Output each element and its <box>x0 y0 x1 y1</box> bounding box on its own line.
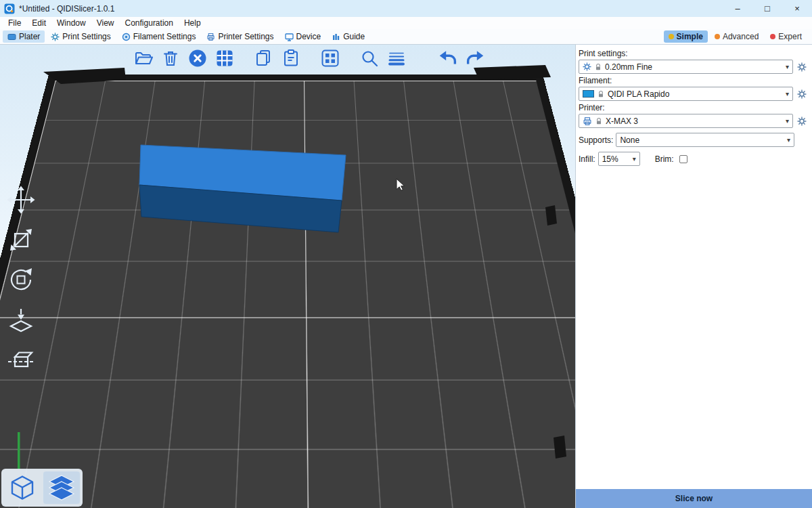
menu-item-file[interactable]: File <box>3 18 26 28</box>
preview-view-button[interactable] <box>43 471 80 504</box>
expert-mode-dot-icon <box>770 34 775 39</box>
search-icon <box>359 48 380 68</box>
undo-icon <box>437 48 459 68</box>
open-folder-icon <box>133 48 154 68</box>
scale-icon <box>5 224 37 255</box>
print-settings-icon <box>51 33 60 41</box>
view-switcher <box>1 469 83 507</box>
printer-icon <box>583 117 592 126</box>
menu-item-view[interactable]: View <box>91 18 120 28</box>
mode-advanced[interactable]: Advanced <box>710 30 763 43</box>
lock-icon <box>597 90 605 98</box>
chevron-down-icon: ▾ <box>786 118 789 125</box>
plater-icon <box>7 33 16 41</box>
printer-select[interactable]: X-MAX 3 ▾ <box>579 114 793 128</box>
app-logo-icon <box>4 3 15 14</box>
filament-settings-icon <box>122 33 131 41</box>
menu-item-configuration[interactable]: Configuration <box>120 18 179 28</box>
delete-all-icon <box>187 48 208 68</box>
paste-button[interactable] <box>280 47 302 69</box>
printer-value: X-MAX 3 <box>606 117 783 126</box>
brim-checkbox[interactable] <box>679 155 687 163</box>
rotate-button[interactable] <box>5 264 37 295</box>
gear-icon <box>797 117 807 126</box>
maximize-button[interactable]: □ <box>752 0 782 17</box>
print-settings-label: Print settings: <box>579 49 808 58</box>
tab-label: Plater <box>19 32 40 41</box>
slice-now-button[interactable]: Slice now <box>576 489 812 508</box>
open-button[interactable] <box>133 47 154 69</box>
mode-switcher: Simple Advanced Expert <box>664 30 809 43</box>
layers-icon <box>47 474 76 501</box>
printer-label: Printer: <box>579 103 808 112</box>
menu-item-edit[interactable]: Edit <box>26 18 51 28</box>
menu-item-help[interactable]: Help <box>179 18 206 28</box>
filament-gear-button[interactable] <box>796 88 808 100</box>
print-settings-select[interactable]: 0.20mm Fine ▾ <box>579 60 793 74</box>
tab-label: Filament Settings <box>133 32 196 41</box>
close-button[interactable]: × <box>782 0 812 17</box>
copy-button[interactable] <box>253 47 275 69</box>
printer-gear-button[interactable] <box>796 115 808 127</box>
filament-select[interactable]: QIDI PLA Rapido ▾ <box>579 87 793 101</box>
viewport-3d[interactable] <box>0 45 575 508</box>
delete-all-button[interactable] <box>187 47 208 69</box>
minimize-button[interactable]: – <box>723 0 752 17</box>
menu-item-window[interactable]: Window <box>51 18 91 28</box>
device-icon <box>285 33 294 41</box>
move-button[interactable] <box>5 184 37 215</box>
layer-height-icon <box>386 48 407 68</box>
mode-simple[interactable]: Simple <box>664 30 708 43</box>
print-settings-gear-button[interactable] <box>796 61 808 73</box>
mode-label: Advanced <box>723 32 759 41</box>
cube-3d-icon <box>9 474 36 501</box>
lock-icon <box>595 117 603 125</box>
object-toolbar <box>5 184 37 375</box>
chevron-down-icon: ▾ <box>786 91 789 98</box>
redo-icon <box>464 48 486 68</box>
delete-button[interactable] <box>160 47 181 69</box>
lock-icon <box>594 63 602 71</box>
simple-mode-dot-icon <box>669 34 674 39</box>
tab-device[interactable]: Device <box>280 30 326 43</box>
supports-value: None <box>620 135 784 145</box>
main-content: Print settings: 0.20mm Fine ▾ Filament: … <box>0 45 812 508</box>
supports-label: Supports: <box>579 135 613 145</box>
paste-icon <box>281 48 301 68</box>
variable-layer-height-button[interactable] <box>386 47 407 69</box>
window-title: *Untitled - QIDISlicer-1.0.1 <box>19 4 114 14</box>
gear-icon <box>797 62 807 72</box>
arrange-button[interactable] <box>214 47 235 69</box>
editor-view-button[interactable] <box>4 471 41 504</box>
build-plate <box>0 75 575 508</box>
place-on-face-button[interactable] <box>5 304 37 335</box>
cut-button[interactable] <box>5 344 37 375</box>
redo-button[interactable] <box>464 47 486 69</box>
filament-value: QIDI PLA Rapido <box>608 89 783 99</box>
infill-value: 15% <box>602 154 630 164</box>
mode-expert[interactable]: Expert <box>765 30 807 43</box>
chevron-down-icon: ▾ <box>787 137 790 144</box>
split-objects-button[interactable] <box>319 47 341 69</box>
tab-plater[interactable]: Plater <box>3 30 45 43</box>
tab-print-settings[interactable]: Print Settings <box>46 30 115 43</box>
scale-button[interactable] <box>5 224 37 255</box>
filament-color-swatch <box>583 90 594 98</box>
place-on-face-icon <box>5 304 37 335</box>
preset-gear-icon <box>583 62 591 71</box>
tab-guide[interactable]: Guide <box>327 30 369 43</box>
plater-toolbar <box>133 47 486 69</box>
tab-label: Print Settings <box>62 32 110 41</box>
tab-filament-settings[interactable]: Filament Settings <box>117 30 201 43</box>
titlebar: *Untitled - QIDISlicer-1.0.1 – □ × <box>0 0 812 17</box>
undo-button[interactable] <box>437 47 459 69</box>
search-button[interactable] <box>359 47 380 69</box>
supports-select[interactable]: None ▾ <box>616 133 794 147</box>
move-icon <box>5 184 37 215</box>
tab-printer-settings[interactable]: Printer Settings <box>202 30 278 43</box>
infill-select[interactable]: 15% ▾ <box>598 152 640 166</box>
split-objects-icon <box>320 48 340 68</box>
chevron-down-icon: ▾ <box>633 156 636 163</box>
window-controls: – □ × <box>723 0 812 17</box>
arrange-icon <box>215 48 235 68</box>
